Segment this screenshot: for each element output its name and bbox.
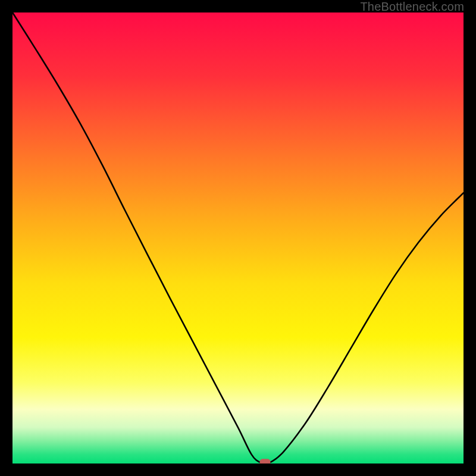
chart-svg <box>12 12 464 464</box>
plot-area <box>12 12 464 464</box>
chart-frame: TheBottleneck.com <box>0 0 476 476</box>
gradient-background <box>12 12 464 464</box>
optimum-marker <box>260 459 271 464</box>
watermark-text: TheBottleneck.com <box>360 0 464 14</box>
